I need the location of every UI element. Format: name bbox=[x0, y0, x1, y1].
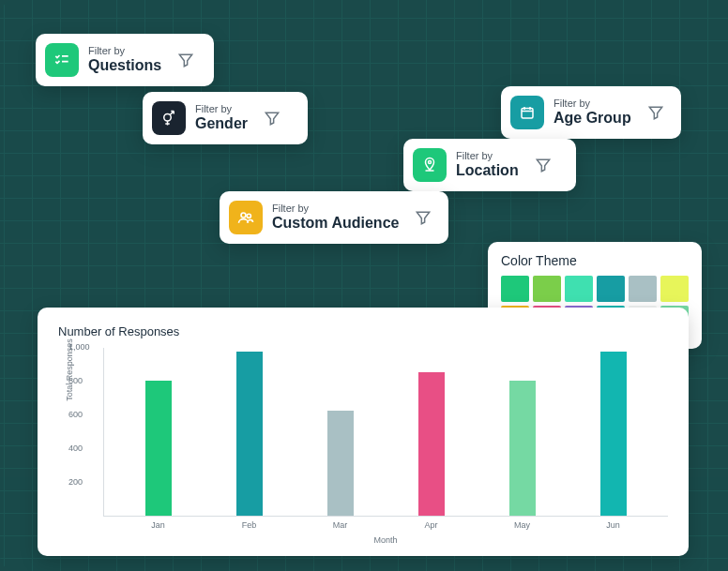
chart-xtick: May bbox=[477, 520, 568, 530]
svg-point-4 bbox=[247, 214, 250, 218]
svg-rect-1 bbox=[522, 109, 533, 119]
chart-bar[interactable] bbox=[600, 352, 627, 516]
chart-xtick: Jan bbox=[113, 520, 204, 530]
people-icon bbox=[229, 201, 263, 234]
funnel-icon bbox=[414, 208, 432, 227]
filter-gender[interactable]: Filter by Gender bbox=[143, 92, 308, 144]
color-swatch[interactable] bbox=[597, 276, 625, 302]
chart-ytick: 1,000 bbox=[68, 342, 90, 352]
chart-ytick: 800 bbox=[68, 376, 83, 385]
chart-ytick: 600 bbox=[68, 410, 83, 419]
filter-label: Custom Audience bbox=[272, 215, 399, 232]
chart-bar[interactable] bbox=[509, 381, 536, 516]
filter-label: Location bbox=[456, 162, 519, 179]
funnel-icon bbox=[646, 103, 665, 122]
chart-bar[interactable] bbox=[145, 381, 172, 516]
filter-prelabel: Filter by bbox=[195, 103, 248, 115]
filter-prelabel: Filter by bbox=[88, 45, 161, 57]
chart-xtick: Apr bbox=[386, 520, 477, 530]
chart-xtick: Jun bbox=[568, 520, 659, 530]
chart-bar[interactable] bbox=[418, 372, 445, 516]
color-swatch[interactable] bbox=[565, 276, 593, 302]
chart-xlabel: Month bbox=[103, 535, 668, 545]
color-swatch[interactable] bbox=[501, 276, 529, 302]
svg-point-3 bbox=[241, 213, 246, 218]
filter-prelabel: Filter by bbox=[554, 98, 631, 110]
svg-point-2 bbox=[429, 161, 432, 164]
color-swatch[interactable] bbox=[533, 276, 561, 302]
color-swatch[interactable] bbox=[660, 276, 689, 302]
funnel-icon bbox=[534, 156, 553, 174]
filter-questions[interactable]: Filter by Questions bbox=[36, 34, 214, 86]
chart-xaxis: JanFebMarAprMayJun bbox=[103, 517, 668, 530]
filter-label: Gender bbox=[195, 115, 248, 132]
chart-title: Number of Responses bbox=[58, 324, 668, 338]
color-theme-title: Color Theme bbox=[501, 253, 689, 268]
filter-prelabel: Filter by bbox=[272, 203, 399, 215]
chart-xtick: Feb bbox=[204, 520, 295, 530]
gender-icon bbox=[152, 101, 186, 135]
funnel-icon bbox=[263, 109, 281, 128]
calendar-icon bbox=[510, 96, 544, 129]
chart-ytick: 400 bbox=[68, 443, 83, 453]
color-swatch[interactable] bbox=[629, 276, 657, 302]
funnel-icon bbox=[176, 51, 195, 69]
svg-point-0 bbox=[164, 114, 172, 122]
pin-icon bbox=[413, 148, 447, 182]
chart-ytick: 200 bbox=[68, 477, 83, 487]
responses-chart: Number of Responses Total Responses 2004… bbox=[38, 308, 689, 556]
chart-bar[interactable] bbox=[236, 352, 263, 516]
filter-custom-audience[interactable]: Filter by Custom Audience bbox=[220, 191, 448, 244]
chart-plot-area: Total Responses 2004006008001,000 bbox=[103, 348, 668, 517]
chart-xtick: Mar bbox=[295, 520, 386, 530]
chart-bar[interactable] bbox=[327, 411, 354, 516]
filter-label: Questions bbox=[88, 57, 161, 74]
filter-prelabel: Filter by bbox=[456, 150, 519, 162]
filter-age-group[interactable]: Filter by Age Group bbox=[501, 86, 681, 139]
filter-label: Age Group bbox=[554, 110, 631, 127]
filter-location[interactable]: Filter by Location bbox=[403, 139, 576, 191]
checklist-icon bbox=[45, 43, 79, 77]
